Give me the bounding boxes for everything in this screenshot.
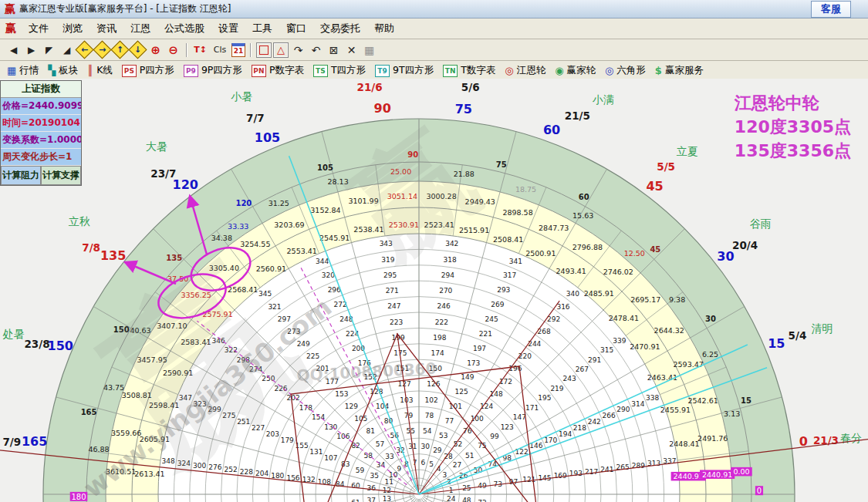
- forward-icon[interactable]: ▶: [23, 42, 39, 58]
- menu-item-6[interactable]: 工具: [245, 19, 279, 38]
- t-square-button[interactable]: TST四方形: [311, 63, 368, 78]
- gann-wheel-chart-area[interactable]: 2412345678910111213482526272829303132333…: [0, 79, 868, 502]
- svg-text:99: 99: [490, 433, 499, 440]
- svg-text:37: 37: [366, 497, 375, 502]
- svg-text:291: 291: [588, 356, 601, 364]
- app-logo-icon: 赢: [5, 2, 15, 16]
- box-x-icon[interactable]: ⊠: [326, 42, 342, 58]
- 9t-square-button[interactable]: T99T四方形: [373, 63, 436, 78]
- annotation-line-0: 江恩轮中轮: [735, 91, 851, 115]
- svg-text:2440.91: 2440.91: [674, 472, 704, 480]
- menu-item-7[interactable]: 窗口: [279, 19, 313, 38]
- svg-text:270: 270: [439, 287, 452, 295]
- svg-text:18.75: 18.75: [515, 185, 536, 194]
- toolbar-item-label: P数字表: [269, 64, 304, 77]
- calc-resistance-button[interactable]: 计算阻力: [1, 166, 41, 185]
- svg-text:123: 123: [501, 423, 514, 431]
- menu-item-8[interactable]: 交易委托: [313, 19, 367, 38]
- quotes-button[interactable]: ▦行情: [5, 63, 41, 78]
- customer-service-button[interactable]: 客服: [811, 1, 851, 18]
- menu-item-4[interactable]: 公式选股: [157, 19, 211, 38]
- menu-item-1[interactable]: 浏览: [56, 19, 90, 38]
- toolbar-item-label: 赢家轮: [566, 64, 596, 77]
- svg-text:129: 129: [345, 403, 358, 410]
- quotes-button-icon: ▦: [7, 66, 16, 76]
- back-icon[interactable]: ◀: [5, 42, 22, 58]
- zoom-out-icon[interactable]: ⊖: [165, 42, 181, 58]
- svg-text:245: 245: [485, 315, 498, 323]
- svg-text:344: 344: [316, 258, 329, 265]
- 9p-square-button[interactable]: P99P四方形: [181, 63, 245, 78]
- shrink-icon[interactable]: ✕: [343, 42, 360, 58]
- menu-item-3[interactable]: 江恩: [123, 19, 157, 38]
- instrument-name: 上证指数: [1, 81, 81, 98]
- svg-text:241: 241: [600, 466, 613, 473]
- svg-text:150: 150: [48, 339, 73, 353]
- menu-item-5[interactable]: 设置: [211, 19, 245, 38]
- svg-text:小暑: 小暑: [231, 90, 252, 103]
- shift-up-icon[interactable]: ↑: [110, 40, 129, 59]
- svg-text:2485.91: 2485.91: [584, 289, 614, 298]
- svg-text:33.33: 33.33: [228, 222, 248, 231]
- sectors-button[interactable]: ▚板块: [46, 63, 80, 78]
- rotate-cw-icon[interactable]: ↷: [290, 42, 306, 58]
- menu-item-0[interactable]: 文件: [22, 19, 56, 38]
- svg-text:217: 217: [585, 468, 598, 476]
- svg-text:317: 317: [503, 271, 516, 279]
- winner-service-button-icon: $: [655, 66, 662, 76]
- winner-wheel-button[interactable]: ◉赢家轮: [552, 63, 598, 78]
- svg-text:51: 51: [465, 452, 474, 460]
- rotate-ccw-icon[interactable]: ↶: [308, 42, 324, 58]
- menu-item-9[interactable]: 帮助: [367, 19, 401, 38]
- page-up-icon[interactable]: ◤: [41, 42, 57, 58]
- svg-text:223: 223: [390, 318, 403, 326]
- shift-left-icon[interactable]: ←: [75, 40, 93, 59]
- toolbar-item-label: 六角形: [616, 64, 646, 77]
- svg-text:处暑: 处暑: [2, 328, 25, 340]
- svg-text:2695.17: 2695.17: [630, 295, 660, 304]
- cls-icon[interactable]: Cls: [210, 42, 230, 58]
- svg-text:204: 204: [255, 470, 269, 477]
- svg-text:57: 57: [376, 440, 384, 448]
- screen-icon[interactable]: ▦: [361, 42, 377, 58]
- svg-text:339: 339: [613, 337, 626, 345]
- svg-text:294: 294: [441, 271, 454, 279]
- page-down-icon[interactable]: ◢: [59, 42, 75, 58]
- svg-text:48: 48: [462, 497, 471, 502]
- title-bar: 赢 赢家江恩专业版[赢家服务平台] - [上证指数 江恩轮] 客服: [0, 0, 868, 19]
- zoom-in-icon[interactable]: ⊕: [147, 42, 164, 58]
- svg-text:90: 90: [374, 101, 391, 116]
- svg-text:72: 72: [478, 499, 486, 502]
- p-table-button[interactable]: PNP数字表: [249, 63, 306, 78]
- svg-text:320: 320: [322, 271, 335, 279]
- calc-support-button[interactable]: 计算支撑: [41, 166, 81, 185]
- shift-down-icon[interactable]: ↓: [128, 40, 147, 59]
- calendar-icon[interactable]: 21: [231, 43, 245, 57]
- svg-text:5: 5: [429, 460, 434, 468]
- t-updown-icon[interactable]: T↕: [192, 42, 208, 58]
- svg-text:174: 174: [431, 349, 444, 357]
- svg-text:清明: 清明: [811, 322, 833, 335]
- triangle-tool-icon[interactable]: △: [273, 42, 289, 58]
- svg-text:0: 0: [757, 487, 762, 495]
- winner-service-button[interactable]: $赢家服务: [653, 63, 706, 78]
- menu-item-2[interactable]: 资讯: [90, 19, 123, 38]
- svg-text:7/7: 7/7: [246, 112, 265, 124]
- svg-text:53: 53: [439, 432, 448, 440]
- hexagon-button[interactable]: ◎六角形: [603, 63, 648, 78]
- svg-text:120: 120: [173, 177, 198, 192]
- p-square-button[interactable]: PSP四方形: [120, 63, 177, 78]
- square-tool-icon[interactable]: [256, 42, 272, 58]
- svg-text:20/4: 20/4: [732, 239, 758, 251]
- gann-wheel-button[interactable]: ◎江恩轮: [502, 63, 548, 78]
- svg-text:269: 269: [491, 301, 504, 308]
- svg-text:46.88: 46.88: [88, 445, 109, 453]
- svg-text:194: 194: [559, 430, 572, 438]
- svg-text:242: 242: [588, 418, 601, 426]
- kline-button[interactable]: ║K线: [85, 63, 115, 78]
- svg-text:小满: 小满: [593, 93, 614, 106]
- t-table-button[interactable]: TNT数字表: [441, 63, 498, 78]
- shift-right-icon[interactable]: →: [93, 40, 111, 59]
- svg-text:290: 290: [616, 406, 630, 413]
- svg-text:6.25: 6.25: [702, 350, 718, 359]
